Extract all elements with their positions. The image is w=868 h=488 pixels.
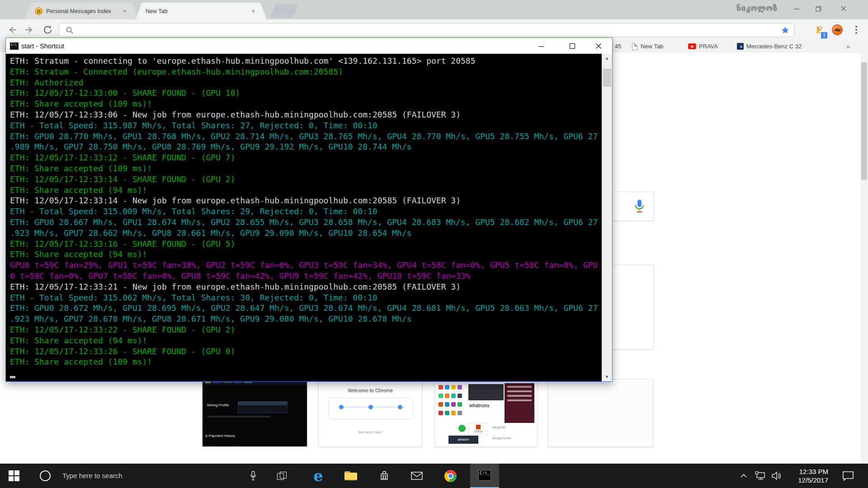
bookmark-partial[interactable]: 45	[615, 41, 621, 52]
voice-search-mic-icon[interactable]	[632, 199, 646, 213]
tab-personal-messages-index[interactable]: B Personal Messages Index ×	[25, 3, 138, 19]
most-visited-thumb-miningpool[interactable]: Mining Profits & Payment History	[202, 379, 307, 447]
back-icon[interactable]	[5, 23, 19, 37]
task-view-icon[interactable]	[271, 464, 293, 488]
most-visited-thumb-welcome-chrome[interactable]: Welcome to Chrome Still need help?	[318, 379, 422, 447]
console-line: .989 Mh/s, GPU7 28.750 Mh/s, GPU8 28.769…	[10, 141, 598, 152]
console-line: ETH - Total Speed: 315.009 Mh/s, Total S…	[10, 206, 598, 217]
console-line: ETH: Share accepted (94 ms)!	[10, 185, 598, 196]
console-line: ETH: Stratum - Connected (europe.ethash-…	[10, 66, 598, 77]
cmd-window[interactable]: C:\ start - Shortcut ETH: Stratum - conn…	[5, 38, 613, 382]
page-scrollbar-thumb[interactable]	[861, 62, 867, 180]
cmd-titlebar[interactable]: C:\ start - Shortcut	[6, 38, 612, 54]
mercedes-favicon	[737, 43, 744, 50]
console-line: ETH: 12/05/17-12:33:00 - SHARE FOUND - (…	[10, 88, 598, 99]
bookmark-mercedes[interactable]: Mercedes-Benz C 32	[737, 41, 802, 52]
tray-chevron-icon[interactable]	[736, 464, 751, 488]
reload-icon[interactable]	[41, 23, 54, 37]
windows-logo-icon	[9, 470, 19, 481]
taskbar: Type here to search e C:\_	[0, 464, 868, 488]
extension-badge: 1	[821, 32, 827, 38]
console-line: ETH: Stratum - connecting to 'europe.eth…	[10, 56, 598, 66]
clock-date: 12/5/2017	[798, 476, 828, 484]
page-icon	[632, 43, 638, 50]
console-line: ETH: 12/05/17-12:33:21 - New job from eu…	[10, 282, 598, 292]
forward-icon[interactable]	[23, 23, 36, 37]
action-center-icon[interactable]	[837, 464, 859, 488]
volume-icon[interactable]	[769, 464, 785, 488]
console-line: 6 t=58C fan=0%, GPU7 t=58C fan=0%, GPU8 …	[10, 271, 598, 282]
chrome-tab-strip: B Personal Messages Index × New Tab × ნი…	[0, 0, 868, 19]
console-line: ETH: Share accepted (94 ms)!	[10, 335, 598, 346]
extension-f-icon[interactable]: F 1	[812, 23, 826, 37]
console-cursor	[10, 376, 15, 378]
console-line: ETH: Authorized	[10, 77, 598, 88]
scroll-up-icon[interactable]: ▲	[602, 54, 612, 63]
bookmark-star-icon[interactable]	[781, 26, 789, 34]
tab-label: Personal Messages Index	[46, 8, 118, 14]
tab-close-icon[interactable]: ×	[121, 8, 128, 14]
console-line: ETH: GPU0 28.770 Mh/s, GPU1 28.768 Mh/s,…	[10, 131, 598, 142]
new-tab-button[interactable]	[270, 4, 298, 18]
chrome-restore-button[interactable]	[808, 2, 828, 15]
chrome-icon[interactable]	[439, 464, 461, 488]
cmd-close-button[interactable]	[588, 38, 609, 54]
desktop: B Personal Messages Index × New Tab × ნი…	[0, 0, 868, 488]
console-line: ETH: Share accepted (94 ms)!	[10, 249, 598, 260]
chrome-menu-icon[interactable]	[849, 23, 863, 37]
console-line: ETH: Share accepted (109 ms)!	[10, 163, 598, 174]
start-button[interactable]	[0, 464, 28, 488]
taskbar-search-input[interactable]: Type here to search	[62, 464, 123, 488]
cmd-window-title: start - Shortcut	[21, 42, 64, 50]
cmd-output-area: ETH: Stratum - connecting to 'europe.eth…	[6, 54, 612, 381]
bookmark-new-tab[interactable]: New Tab	[632, 41, 663, 52]
console-output: ETH: Stratum - connecting to 'europe.eth…	[10, 56, 598, 367]
taskbar-mic-icon[interactable]	[244, 464, 262, 488]
chrome-close-button[interactable]	[834, 2, 854, 15]
bookmarks-overflow-chevron[interactable]: »	[846, 41, 850, 52]
most-visited-thumb-whatruns[interactable]: whatruns Office amazon Hangouts Google f…	[434, 379, 538, 447]
search-icon	[66, 26, 74, 34]
bitcoin-favicon: B	[35, 7, 42, 15]
chrome-minimize-button[interactable]	[787, 2, 807, 15]
thumb-table-mock	[238, 401, 288, 413]
chrome-profile-name: ნიკოლოზ	[736, 4, 778, 13]
most-visited-thumb-blank[interactable]	[548, 379, 653, 447]
cortana-icon[interactable]	[36, 464, 54, 488]
console-line: ETH: 12/05/17-12:33:22 - SHARE FOUND - (…	[10, 324, 598, 335]
page-scrollbar[interactable]	[860, 52, 868, 464]
edge-icon[interactable]: e	[307, 464, 329, 488]
tab-label: New Tab	[146, 8, 246, 14]
store-icon[interactable]	[373, 464, 395, 488]
extension-orange-icon[interactable]	[830, 23, 844, 37]
console-line: ETH: GPU0 28.672 Mh/s, GPU1 28.695 Mh/s,…	[10, 303, 598, 314]
bookmark-prava[interactable]: PRAVA	[688, 41, 718, 52]
console-line: ETH: 12/05/17-12:33:16 - SHARE FOUND - (…	[10, 239, 598, 249]
console-line: .923 Mh/s, GPU7 28.678 Mh/s, GPU8 28.671…	[10, 314, 598, 324]
taskbar-clock[interactable]: 12:33 PM 12/5/2017	[787, 464, 828, 488]
network-icon[interactable]	[752, 464, 769, 488]
console-line: ETH: 12/05/17-12:33:26 - SHARE FOUND - (…	[10, 346, 598, 357]
clock-time: 12:33 PM	[799, 467, 828, 476]
console-scrollbar[interactable]: ▲ ▼	[602, 54, 612, 381]
console-line: ETH - Total Speed: 315.987 Mh/s, Total S…	[10, 120, 598, 131]
console-line: ETH: 12/05/17-12:33:14 - SHARE FOUND - (…	[10, 174, 598, 185]
cmd-minimize-button[interactable]	[531, 38, 551, 54]
address-bar[interactable]	[59, 23, 794, 37]
cmd-taskbar-icon-active[interactable]: C:\_	[470, 464, 499, 488]
console-line: ETH: 12/05/17-12:33:14 - New job from eu…	[10, 195, 598, 206]
console-line: GPU0 t=59C fan=29%, GPU1 t=59C fan=38%, …	[10, 260, 598, 271]
console-line: ETH: 12/05/17-12:33:12 - SHARE FOUND - (…	[10, 152, 598, 163]
cmd-maximize-button[interactable]	[562, 38, 582, 54]
console-line: ETH - Total Speed: 315.062 Mh/s, Total S…	[10, 292, 598, 303]
console-line: ETH: Share accepted (109 ms)!	[10, 357, 598, 367]
mail-icon[interactable]	[406, 464, 428, 488]
console-line: ETH: 12/05/17-12:33:06 - New job from eu…	[10, 109, 598, 120]
file-explorer-icon[interactable]	[340, 464, 362, 488]
youtube-icon	[688, 43, 696, 49]
tab-new-tab[interactable]: New Tab ×	[136, 3, 267, 19]
tab-close-icon[interactable]: ×	[250, 8, 257, 14]
console-scrollbar-thumb[interactable]	[603, 69, 611, 87]
console-line: .923 Mh/s, GPU7 28.662 Mh/s, GPU8 28.661…	[10, 228, 598, 239]
scroll-down-icon[interactable]: ▼	[602, 372, 612, 381]
